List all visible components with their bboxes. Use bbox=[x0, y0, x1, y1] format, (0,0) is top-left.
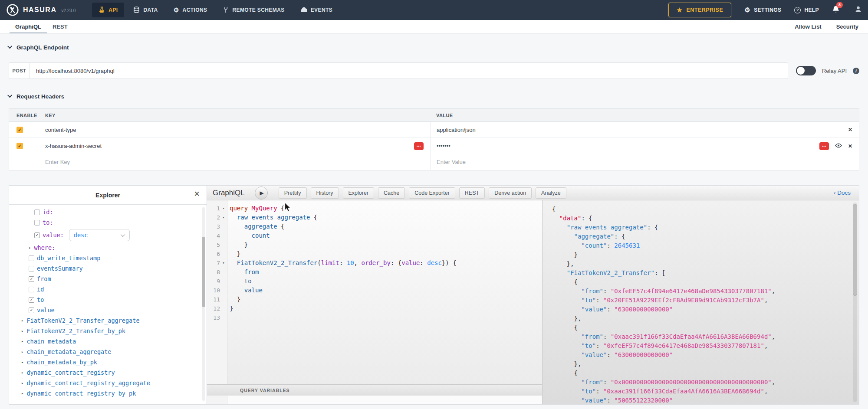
explorer-item-dynamic_contract_registry_aggregate[interactable]: ▸dynamic_contract_registry_aggregate bbox=[9, 378, 202, 388]
close-icon[interactable]: × bbox=[194, 189, 200, 199]
explorer-item-label: FiatTokenV2_2_Transfer_aggregate bbox=[26, 317, 139, 324]
explorer-scrollbar-thumb[interactable] bbox=[202, 237, 205, 307]
column-key: KEY bbox=[37, 113, 430, 118]
explorer-item-chain_metadata_by_pk[interactable]: ▸chain_metadata_by_pk bbox=[9, 357, 202, 367]
user-avatar-icon bbox=[855, 6, 862, 13]
info-icon[interactable]: i bbox=[853, 68, 859, 74]
enterprise-button[interactable]: ★ ENTERPRISE bbox=[668, 3, 731, 17]
explorer-item-dynamic_contract_registry_by_pk[interactable]: ▸dynamic_contract_registry_by_pk bbox=[9, 388, 202, 399]
execute-query-button[interactable]: ▶ bbox=[255, 187, 268, 200]
hasura-brand[interactable]: HASURA v2.23.0 bbox=[6, 3, 76, 16]
header-value-text: application/json bbox=[437, 127, 476, 133]
rest-button[interactable]: REST bbox=[459, 187, 485, 199]
tab-rest[interactable]: REST bbox=[47, 20, 73, 33]
query-editor[interactable]: 1▾query MyQuery {2▾ raw_events_aggregate… bbox=[207, 200, 542, 404]
explorer-button[interactable]: Explorer bbox=[343, 187, 375, 199]
admin-secret-chip-icon[interactable]: ••• bbox=[819, 142, 829, 150]
order-direction-select[interactable]: desc bbox=[69, 229, 130, 241]
explorer-item-FiatTokenV2_2_Transfer_aggregate[interactable]: ▸FiatTokenV2_2_Transfer_aggregate bbox=[9, 315, 202, 326]
editor-code-line: 9 to bbox=[207, 277, 542, 286]
play-icon: ▶ bbox=[260, 190, 264, 196]
derive-action-button[interactable]: Derive action bbox=[489, 187, 532, 199]
nav-item-actions[interactable]: ⚙ACTIONS bbox=[167, 3, 214, 17]
explorer-item-label: eventsSummary bbox=[37, 265, 83, 272]
eye-icon[interactable] bbox=[835, 143, 842, 149]
help-button[interactable]: ? HELP bbox=[794, 7, 819, 13]
admin-secret-chip-icon[interactable]: ••• bbox=[414, 142, 424, 150]
query-variables-bar[interactable]: QUERY VARIABLES bbox=[207, 384, 542, 396]
remove-header-icon[interactable]: ✕ bbox=[848, 143, 852, 149]
endpoint-url-input[interactable] bbox=[30, 62, 788, 79]
explorer-item-label: where: bbox=[34, 244, 55, 251]
remove-header-icon[interactable]: ✕ bbox=[848, 127, 852, 133]
chevron-down-icon bbox=[121, 232, 125, 237]
enable-cell: ✓ bbox=[9, 122, 37, 137]
explorer-item-value[interactable]: ✓value bbox=[9, 305, 202, 315]
notifications-button[interactable]: 8 bbox=[832, 5, 840, 15]
cloud-icon bbox=[300, 7, 307, 13]
star-icon: ★ bbox=[677, 7, 682, 13]
header-key-cell[interactable]: x-hasura-admin-secret••• bbox=[37, 138, 430, 154]
relay-api-toggle[interactable] bbox=[796, 66, 816, 75]
nav-item-remote-schemas[interactable]: REMOTE SCHEMAS bbox=[216, 3, 291, 17]
explorer-checkbox[interactable]: ✓ bbox=[29, 308, 34, 313]
explorer-item-dynamic_contract_registry[interactable]: ▸dynamic_contract_registry bbox=[9, 367, 202, 378]
explorer-item-id[interactable]: id: bbox=[9, 207, 202, 217]
history-button[interactable]: History bbox=[311, 187, 339, 199]
settings-label: SETTINGS bbox=[754, 7, 781, 13]
new-header-value-input[interactable] bbox=[437, 159, 690, 165]
explorer-item-eventsSummary[interactable]: eventsSummary bbox=[9, 263, 202, 274]
header-enabled-checkbox[interactable]: ✓ bbox=[16, 143, 23, 149]
link-security[interactable]: Security bbox=[836, 23, 858, 30]
request-headers-section-toggle[interactable]: Request Headers bbox=[9, 93, 859, 100]
settings-button[interactable]: ⚙ SETTINGS bbox=[744, 6, 781, 14]
explorer-item-chain_metadata[interactable]: ▸chain_metadata bbox=[9, 336, 202, 347]
explorer-checkbox[interactable]: ✓ bbox=[29, 276, 34, 282]
user-menu-button[interactable] bbox=[855, 6, 862, 15]
explorer-item-to[interactable]: to: bbox=[9, 217, 202, 228]
prettify-button[interactable]: Prettify bbox=[279, 187, 307, 199]
response-code-line: "to": "0x20FE51A9229EEf2cF8Ad9E89d91CAb9… bbox=[549, 296, 859, 305]
explorer-item-where[interactable]: ▸where: bbox=[9, 242, 202, 253]
explorer-item-id[interactable]: id bbox=[9, 284, 202, 294]
response-code-line: }, bbox=[549, 314, 859, 323]
explorer-item-FiatTokenV2_2_Transfer_by_pk[interactable]: ▸FiatTokenV2_2_Transfer_by_pk bbox=[9, 326, 202, 336]
explorer-checkbox[interactable] bbox=[29, 266, 34, 272]
response-scrollbar-thumb[interactable] bbox=[853, 204, 857, 296]
explorer-checkbox[interactable]: ✓ bbox=[34, 232, 40, 238]
docs-link[interactable]: ‹ Docs bbox=[834, 190, 853, 196]
editor-code-line: 11 } bbox=[207, 295, 542, 304]
explorer-checkbox[interactable] bbox=[29, 255, 34, 261]
chevron-down-icon bbox=[7, 44, 12, 49]
line-number: 10 bbox=[207, 286, 220, 295]
query-variables-editor[interactable] bbox=[207, 396, 542, 404]
header-value-cell[interactable]: ••••••••••✕ bbox=[430, 138, 859, 154]
explorer-checkbox[interactable] bbox=[34, 220, 40, 226]
response-code-line: "value": "63000000000000" bbox=[549, 305, 859, 314]
explorer-item-from[interactable]: ✓from bbox=[9, 274, 202, 284]
analyze-button[interactable]: Analyze bbox=[536, 187, 566, 199]
explorer-checkbox[interactable]: ✓ bbox=[29, 297, 34, 303]
graphql-endpoint-section-toggle[interactable]: GraphQL Endpoint bbox=[9, 44, 859, 51]
response-code-line: "value": "63000000000000" bbox=[549, 350, 859, 360]
new-header-key-input[interactable] bbox=[45, 159, 276, 165]
explorer-item-value[interactable]: ✓value:desc bbox=[9, 228, 202, 242]
explorer-item-db_write_timestamp[interactable]: db_write_timestamp bbox=[9, 253, 202, 263]
line-number: 7 bbox=[207, 258, 220, 268]
code-exporter-button[interactable]: Code Exporter bbox=[409, 187, 455, 199]
cache-button[interactable]: Cache bbox=[378, 187, 405, 199]
link-allow-list[interactable]: Allow List bbox=[795, 23, 821, 30]
tab-graphiql[interactable]: GraphiQL bbox=[10, 20, 47, 33]
header-value-text: ••••••• bbox=[437, 143, 450, 149]
nav-item-events[interactable]: EVENTS bbox=[294, 3, 339, 17]
line-number: 5 bbox=[207, 240, 220, 249]
nav-item-data[interactable]: DATA bbox=[127, 3, 164, 17]
explorer-checkbox[interactable] bbox=[29, 287, 34, 292]
explorer-item-chain_metadata_aggregate[interactable]: ▸chain_metadata_aggregate bbox=[9, 347, 202, 357]
explorer-checkbox[interactable] bbox=[34, 209, 40, 215]
header-key-cell[interactable]: content-type bbox=[37, 122, 430, 137]
header-value-cell[interactable]: application/json✕ bbox=[430, 122, 859, 137]
nav-item-api[interactable]: API bbox=[92, 3, 124, 17]
explorer-item-to[interactable]: ✓to bbox=[9, 294, 202, 305]
header-enabled-checkbox[interactable]: ✓ bbox=[16, 127, 23, 133]
